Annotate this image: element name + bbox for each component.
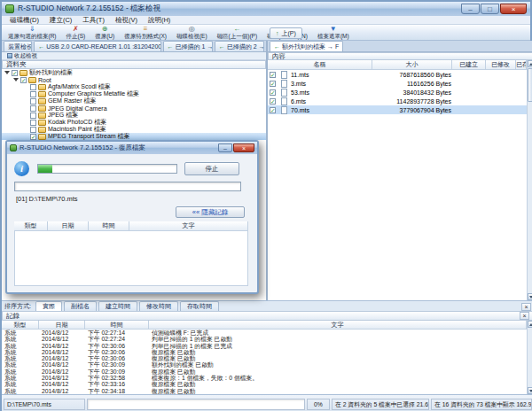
checkbox[interactable]: ✓ bbox=[270, 89, 276, 96]
dialog-log-column-date[interactable]: 日期 bbox=[48, 221, 89, 231]
log-row[interactable]: 系統2014/8/12下午 02:34:18復原檔案 已啟動 bbox=[2, 388, 527, 394]
log-column-time[interactable]: 時間 bbox=[85, 321, 149, 330]
dialog-stop-button[interactable]: 停止 bbox=[184, 162, 239, 175]
tree-item[interactable]: Computer Graphics Metafile 檔案 bbox=[2, 90, 266, 97]
checkbox[interactable]: ✓ bbox=[30, 134, 36, 140]
checkbox[interactable] bbox=[30, 120, 36, 126]
log-row[interactable]: 系統2014/8/12下午 02:30:06列舉已掃描的 1 的檔案 已完成 bbox=[2, 343, 527, 349]
file-row-selected[interactable]: ✓ 70.mts 3779067904 Bytes bbox=[268, 105, 527, 114]
folder-icon bbox=[20, 70, 27, 76]
file-mask-button[interactable]: ▼ 檔案遮罩(M) bbox=[313, 25, 354, 40]
file-row[interactable]: ✓ 11.mts 7687618560 Bytes bbox=[268, 70, 527, 79]
tab-extra-found-files[interactable]: ← 額外找到的檔案 → F bbox=[270, 41, 343, 51]
scroll-up-icon[interactable] bbox=[528, 321, 532, 328]
log-row[interactable]: 系統2014/8/12下午 02:27:14偵測磁碟機 F: 已完成 bbox=[2, 330, 527, 336]
log-row[interactable]: 系統2014/8/12下午 02:33:16復原檔案 已啟動 bbox=[2, 381, 527, 387]
tree-item[interactable]: GEM Raster 檔案 bbox=[2, 97, 266, 105]
dialog-log-column-time[interactable]: 時間 bbox=[89, 221, 129, 231]
tree-item[interactable]: Kodak PhotoCD 檔案 bbox=[2, 119, 266, 126]
checkbox[interactable]: ✓ bbox=[270, 81, 276, 87]
minimize-button[interactable]: – bbox=[461, 4, 480, 14]
recover-button[interactable]: ⊕ 復原(U) bbox=[90, 25, 119, 40]
maximize-button[interactable]: □ bbox=[481, 4, 499, 14]
dialog-minimize-button[interactable]: – bbox=[218, 143, 232, 152]
expander-icon[interactable] bbox=[4, 71, 10, 74]
disk-view-button[interactable]: ◎ 磁碟檢視(E) bbox=[172, 25, 212, 40]
file-row[interactable]: ✓ 6.mts 11428937728 Bytes bbox=[268, 97, 527, 105]
menu-create[interactable]: 建立(C) bbox=[44, 16, 77, 25]
sort-tab-accessed[interactable]: 存取時間 bbox=[180, 301, 219, 311]
checkbox[interactable] bbox=[30, 84, 36, 90]
contents-scrollbar[interactable] bbox=[527, 60, 532, 300]
tab-device-view[interactable]: 裝置檢視 bbox=[4, 41, 32, 51]
checkbox[interactable] bbox=[30, 112, 36, 119]
checkbox[interactable]: ✓ bbox=[20, 77, 27, 83]
tree-item[interactable]: JPEG 檔案 bbox=[2, 112, 266, 119]
column-header-accessed[interactable]: 已存取 bbox=[516, 60, 527, 70]
expander-icon[interactable] bbox=[13, 78, 19, 81]
prev-sector-button[interactable]: ← 磁區(上一個)(P) bbox=[213, 25, 262, 40]
column-header-created[interactable]: 已建立 bbox=[452, 60, 486, 70]
log-close-icon[interactable]: × bbox=[520, 312, 529, 320]
dialog-log-column-type[interactable]: 類型 bbox=[14, 221, 48, 231]
tree-item-mpeg-transport-stream[interactable]: ✓ MPEG Transport Stream 檔案 bbox=[2, 133, 266, 140]
hide-log-button[interactable]: «« 隱藏記錄 bbox=[176, 206, 245, 218]
file-row[interactable]: ✓ 53.mts 384018432 Bytes bbox=[268, 88, 527, 97]
tree-item-root[interactable]: ✓ Root bbox=[2, 76, 266, 83]
log-column-text[interactable]: 文字 bbox=[149, 321, 527, 330]
log-row[interactable]: 系統2014/8/12下午 02:30:09額外找到的檔案 已啟動 bbox=[2, 361, 527, 368]
scroll-down-icon[interactable] bbox=[528, 293, 532, 300]
column-header-modified[interactable]: 已修改 bbox=[486, 60, 516, 70]
collapse-view-button[interactable]: 收起檢視 bbox=[4, 52, 41, 59]
recover-marked-button[interactable]: ⇓ 還原勾選的檔案(R) bbox=[4, 25, 61, 40]
checkbox[interactable]: ✓ bbox=[12, 70, 18, 76]
tab-usb-card-reader[interactable]: ← USB 2.0 CARD-READER 1.01 :81204200042R… bbox=[34, 41, 160, 51]
log-row[interactable]: 系統2014/8/12下午 02:32:58檔案復原：1 個檔案，失敗：0 個檔… bbox=[2, 375, 527, 381]
sort-tab-created[interactable]: 建立時間 bbox=[98, 301, 137, 311]
log-column-type[interactable]: 類型 bbox=[2, 321, 39, 330]
tab-recognized-2[interactable]: ← 已掃描的 2 → F bbox=[215, 41, 264, 51]
panel-splitter[interactable] bbox=[266, 41, 268, 300]
recover-marked-icon: ⇓ bbox=[29, 26, 35, 33]
sort-bar-close-icon[interactable]: × bbox=[521, 303, 531, 311]
log-scrollbar[interactable] bbox=[527, 321, 532, 394]
log-column-date[interactable]: 日期 bbox=[39, 321, 85, 330]
checkbox[interactable]: ✓ bbox=[270, 98, 276, 105]
checkbox[interactable]: ✓ bbox=[270, 72, 276, 78]
menu-drive[interactable]: 磁碟機(D) bbox=[4, 16, 44, 25]
recover-special-button[interactable]: ≡ 復原特別格式(X) bbox=[120, 25, 171, 40]
log-row[interactable]: 系統2014/8/12下午 02:30:06復原檔案 已啟動 bbox=[2, 355, 527, 361]
checkbox[interactable] bbox=[30, 91, 36, 97]
menu-help[interactable]: 說明(H) bbox=[143, 16, 176, 25]
up-button[interactable]: ↑ 上(P) bbox=[270, 27, 302, 39]
sort-tab-extension[interactable]: 副檔名 bbox=[64, 301, 97, 311]
scroll-up-icon[interactable] bbox=[528, 60, 532, 67]
sort-tab-modified[interactable]: 修改時間 bbox=[139, 301, 178, 311]
checkbox[interactable] bbox=[30, 105, 36, 112]
sort-tab-real[interactable]: 實際 bbox=[35, 301, 62, 311]
stop-button[interactable]: ✗ 停止(S) bbox=[62, 25, 90, 40]
tree-item[interactable]: JPEG Digital Camera bbox=[2, 105, 266, 112]
close-button[interactable]: × bbox=[500, 4, 527, 14]
scrollbar-thumb[interactable] bbox=[528, 68, 532, 102]
tree-item-extra-found-files[interactable]: ✓ 額外找到的檔案 bbox=[2, 69, 266, 76]
dialog-log-column-text[interactable]: 文字 bbox=[129, 221, 248, 231]
tab-recognized-1[interactable]: ← 已掃描的 1 → F bbox=[163, 41, 213, 51]
log-row[interactable]: 系統2014/8/12下午 02:30:09復原檔案 已啟動 bbox=[2, 368, 527, 375]
column-header-size[interactable]: 大小 bbox=[372, 60, 452, 70]
file-row[interactable]: ✓ 3.mts 11616256 Bytes bbox=[268, 79, 527, 88]
menu-tools[interactable]: 工具(T) bbox=[77, 16, 110, 25]
checkbox[interactable] bbox=[30, 98, 36, 105]
dialog-title-bar[interactable]: R-STUDIO Network 7.2.155152 - 復原檔案 – × bbox=[7, 142, 257, 154]
checkbox[interactable]: ✓ bbox=[270, 107, 276, 113]
menu-view[interactable]: 檢視(V) bbox=[110, 16, 143, 25]
file-icon bbox=[281, 106, 287, 114]
log-row[interactable]: 系統2014/8/12下午 02:30:06復原檔案 已啟動 bbox=[2, 349, 527, 355]
tree-item[interactable]: Macintosh Paint 檔案 bbox=[2, 126, 266, 133]
scroll-down-icon[interactable] bbox=[528, 387, 532, 394]
dialog-close-button[interactable]: × bbox=[233, 143, 254, 152]
column-header-name[interactable]: 名稱 bbox=[268, 60, 372, 70]
log-row[interactable]: 系統2014/8/12下午 02:27:24列舉已掃描的 1 的檔案 已啟動 bbox=[2, 336, 527, 342]
title-bar[interactable]: R-STUDIO Network 7.2.155152 - 檔案檢視 – □ × bbox=[2, 2, 530, 16]
checkbox[interactable] bbox=[30, 127, 36, 133]
